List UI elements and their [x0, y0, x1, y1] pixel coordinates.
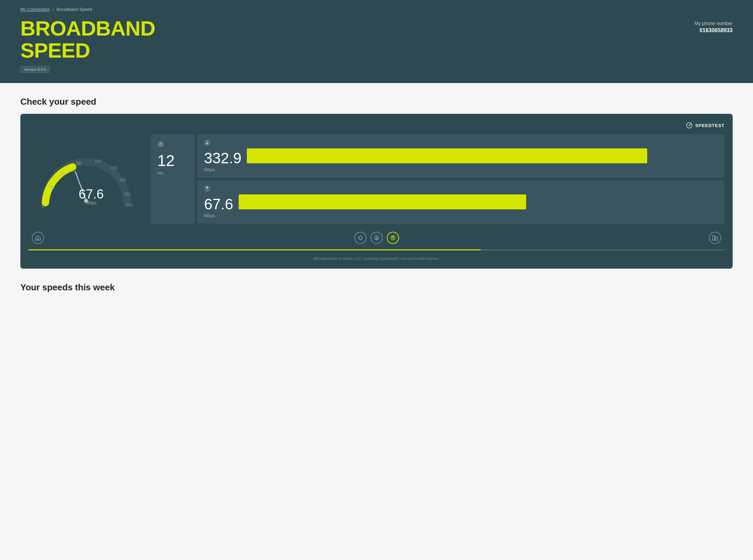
breadcrumb-parent[interactable]: My Connection [20, 7, 50, 12]
speedtest-header: SPEEDTEST [28, 122, 725, 129]
controls-center [354, 232, 399, 244]
ping-icon [157, 141, 188, 149]
upload-panel-left: 67.6 Mbps [204, 186, 233, 218]
svg-text:0: 0 [42, 204, 44, 209]
svg-text:50: 50 [76, 161, 81, 166]
speeds-this-week-title: Your speeds this week [20, 282, 733, 293]
upload-bar [239, 195, 526, 209]
svg-text:150: 150 [111, 166, 117, 171]
speedtest-label: SPEEDTEST [695, 123, 725, 128]
svg-text:Mbps: Mbps [86, 200, 97, 205]
ping-unit: ms [157, 171, 188, 176]
header-content: BROADBAND SPEED Version 8.5.0 My phone n… [20, 17, 733, 73]
settings-button[interactable] [354, 232, 367, 244]
upload-unit: Mbps [204, 213, 233, 218]
speedtest-logo-icon [686, 122, 693, 129]
right-panels: 332.9 Mbps [197, 134, 725, 224]
phone-section: My phone number 01630658933 [694, 21, 733, 34]
svg-text:10: 10 [50, 185, 55, 190]
gauge-svg: 0 10 25 50 100 150 200 350 500 67.6 Mbps [35, 145, 137, 213]
breadcrumb-separator: › [53, 7, 54, 12]
download-icon [204, 140, 242, 147]
title-block: BROADBAND SPEED Version 8.5.0 [20, 17, 155, 73]
gauge-container: 0 10 25 50 100 150 200 350 500 67.6 Mbps [28, 145, 144, 213]
breadcrumb-current: Broadband Speed [57, 7, 92, 12]
download-button[interactable] [371, 232, 383, 244]
download-unit: Mbps [204, 167, 242, 172]
upload-button[interactable] [387, 232, 399, 244]
speedtest-body: 0 10 25 50 100 150 200 350 500 67.6 Mbps [28, 134, 725, 224]
svg-rect-31 [715, 237, 717, 240]
speedtest-widget: SPEEDTEST 0 10 25 50 100 [20, 114, 733, 269]
check-speed-title: Check your speed [20, 97, 733, 107]
gauge-value-text: 67.6 [79, 187, 104, 201]
svg-text:500: 500 [126, 203, 133, 208]
speedtest-controls [28, 232, 725, 244]
svg-point-21 [359, 236, 362, 240]
svg-text:350: 350 [124, 192, 131, 197]
upload-panel: 67.6 Mbps [197, 180, 725, 224]
panels-container: 12 ms [151, 134, 725, 224]
upload-bar-container [239, 192, 718, 212]
ping-panel: 12 ms [151, 134, 195, 224]
speedtest-footer: All trademarks of Ookla, LLC, including … [28, 257, 725, 261]
breadcrumb: My Connection › Broadband Speed [20, 7, 733, 12]
phone-number: 01630658933 [694, 27, 733, 34]
svg-text:200: 200 [119, 178, 126, 183]
progress-bar-container [28, 249, 725, 251]
progress-bar-fill [28, 249, 481, 251]
main-content: Check your speed SPEEDTEST [0, 83, 753, 313]
upload-icon [204, 186, 233, 194]
svg-point-1 [689, 125, 690, 126]
upload-value: 67.6 [204, 197, 233, 212]
download-panel-left: 332.9 Mbps [204, 140, 242, 172]
download-panel: 332.9 Mbps [197, 134, 725, 178]
ping-value: 12 [157, 153, 188, 168]
svg-text:100: 100 [95, 159, 101, 164]
page-title: BROADBAND SPEED [20, 17, 155, 61]
svg-rect-30 [713, 236, 715, 240]
results-button[interactable] [709, 232, 721, 244]
download-bar-container [247, 146, 718, 166]
svg-text:25: 25 [60, 172, 65, 177]
version-badge: Version 8.5.0 [20, 66, 50, 73]
download-bar [247, 148, 647, 163]
download-value: 332.9 [204, 151, 242, 166]
phone-label: My phone number [694, 21, 733, 26]
page-header: My Connection › Broadband Speed BROADBAN… [0, 0, 753, 83]
home-button[interactable] [32, 232, 44, 244]
